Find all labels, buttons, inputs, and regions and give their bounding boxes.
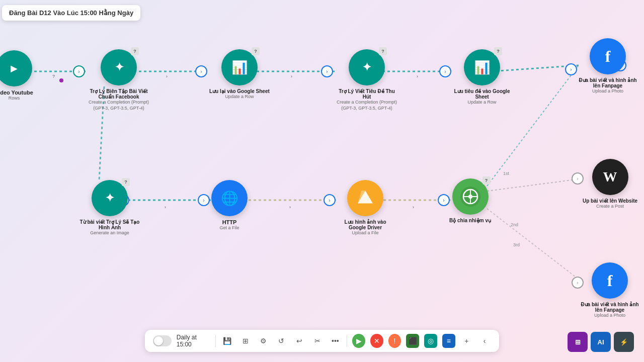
svg-point-18 [440,66,451,77]
svg-text:›: › [203,198,204,203]
darkmode-button[interactable]: ⚡ [614,332,634,352]
svg-text:›: › [444,69,446,74]
svg-text:3rd: 3rd [513,242,520,247]
save-button[interactable]: 💾 [221,334,234,348]
refresh-button[interactable]: ↺ [275,334,288,348]
more-button[interactable]: ••• [329,334,342,348]
svg-text:›: › [78,69,79,74]
node-openai-facebook[interactable]: ✦ ? Trợ Lý Biên Tập Bài Viết Chuẩn Faceb… [86,49,151,111]
svg-text:›: › [577,176,578,182]
warn-button[interactable]: ! [388,334,401,348]
svg-text:›: › [165,205,166,210]
workflow-canvas: Đăng Bài D12 Vào Lúc 15:00 Hằng Ngày [0,0,644,362]
schedule-label: Daily at 15:00 [177,334,210,348]
undo-button[interactable]: ↩ [293,334,306,348]
workflow-tooltip: Đăng Bài D12 Vào Lúc 15:00 Hằng Ngày [2,5,140,21]
svg-point-28 [438,195,449,206]
node-openai-title[interactable]: ✦ ? Trợ Lý Viết Tiêu Đề Thu Hút Create a… [334,49,399,111]
svg-text:›: › [289,205,291,210]
svg-text:›: › [577,280,578,286]
svg-text:›: › [443,198,444,203]
settings-button[interactable]: ⚙ [257,334,270,348]
connections-button[interactable]: ≡ [442,334,455,348]
svg-line-9 [487,178,584,191]
ai-button[interactable]: AI [591,332,611,352]
node-gsheet-title[interactable]: 📊 ? Lưu tiêu đề vào Google Sheet Update … [452,49,512,106]
teal-button[interactable]: ◎ [424,334,437,348]
right-toolbar: ⊞ AI ⚡ [568,332,634,352]
svg-text:›: › [570,67,572,72]
grid-view-button[interactable]: ⊞ [568,332,588,352]
svg-text:›: › [200,69,202,74]
grid-button[interactable]: ⊞ [239,334,252,348]
node-facebook-bottom[interactable]: f Đưa bài viết và hình ảnh lên Fanpage U… [580,262,640,319]
node-router[interactable]: ? Bộ chia nhiệm vụ [449,178,491,223]
divider-1 [215,335,216,347]
svg-text:2nd: 2nd [511,222,518,227]
scissors-button[interactable]: ✂ [311,334,324,348]
svg-point-16 [321,66,333,77]
svg-text:?: ? [52,74,55,79]
node-wordpress[interactable]: W Up bài viết lên Website Create a Post [583,159,637,210]
svg-point-12 [73,66,85,77]
node-http[interactable]: 🌐 HTTP Get a File [211,180,248,231]
node-youtube[interactable]: ▶ Video Youtube Rows [0,50,33,102]
node-openai-image[interactable]: ✦ ? Từ bài viết Trợ Lý Sẽ Tạo Hình Ảnh G… [79,180,140,236]
svg-text:›: › [329,198,330,203]
svg-line-11 [487,209,582,282]
svg-point-20 [566,64,577,75]
node-facebook-top[interactable]: f Đưa bài viết và hình ảnh lên Fanpage U… [578,38,638,95]
node-gdrive[interactable]: Lưu hình ảnh vào Google Driver Upload a … [335,180,395,236]
svg-point-26 [324,195,335,206]
stop-button[interactable]: ✕ [370,334,383,348]
svg-text:1st: 1st [503,171,510,176]
svg-text:›: › [417,74,418,79]
toggle-knob [154,336,163,345]
svg-point-57 [468,195,472,199]
add-button[interactable]: + [460,334,473,348]
svg-point-43 [59,78,63,82]
tooltip-text: Đăng Bài D12 Vào Lúc 15:00 Hằng Ngày [9,9,133,17]
svg-point-14 [196,66,207,77]
schedule-toggle[interactable] [153,335,172,346]
svg-text:›: › [326,69,328,74]
svg-text:›: › [166,74,168,79]
node-gsheet-save[interactable]: 📊 ? Lưu lại vào Google Sheet Update a Ro… [209,49,270,100]
svg-text:›: › [413,205,414,210]
svg-point-24 [198,195,209,206]
svg-text:›: › [291,74,292,79]
run-button[interactable]: ▶ [352,334,365,348]
svg-point-30 [572,173,583,184]
bottom-toolbar: Daily at 15:00 💾 ⊞ ⚙ ↺ ↩ ✂ ••• ▶ ✕ ! ⬛ ◎… [145,330,499,352]
divider-2 [347,335,347,347]
collapse-button[interactable]: ‹ [478,334,491,348]
dark-mode-button[interactable]: ⬛ [406,334,419,348]
